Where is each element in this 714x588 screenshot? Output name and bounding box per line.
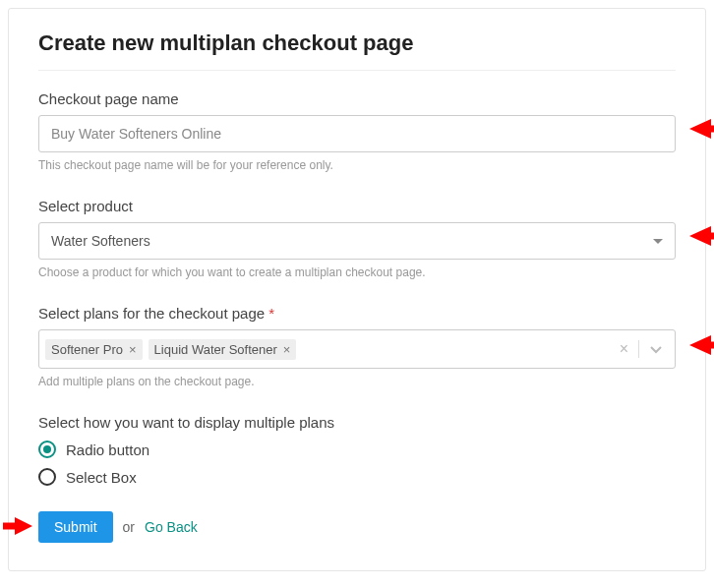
plan-chip: Softener Pro × xyxy=(45,339,143,360)
plans-help: Add multiple plans on the checkout page. xyxy=(38,375,676,388)
annotation-arrow-icon xyxy=(689,116,714,142)
plans-label: Select plans for the checkout page * xyxy=(38,305,676,322)
form-card: Create new multiplan checkout page Check… xyxy=(8,8,706,571)
field-product: Select product Water Softeners Choose a … xyxy=(38,198,676,279)
annotation-arrow-icon xyxy=(3,515,32,537)
name-label: Checkout page name xyxy=(38,90,676,107)
required-mark: * xyxy=(268,305,274,322)
form-actions: Submit or Go Back xyxy=(38,511,676,543)
display-label: Select how you want to display multiple … xyxy=(38,414,676,431)
chevron-down-icon[interactable] xyxy=(649,342,663,356)
name-help: This checkout page name will be for your… xyxy=(38,158,676,172)
annotation-arrow-icon xyxy=(689,223,714,249)
page-title: Create new multiplan checkout page xyxy=(38,30,676,56)
product-value: Water Softeners xyxy=(51,233,150,249)
plan-chip: Liquid Water Softener × xyxy=(149,339,297,360)
name-input[interactable] xyxy=(38,115,676,152)
chip-remove-icon[interactable]: × xyxy=(283,342,291,357)
svg-marker-7 xyxy=(15,517,32,535)
go-back-link[interactable]: Go Back xyxy=(145,519,198,535)
separator xyxy=(638,340,639,358)
field-name: Checkout page name This checkout page na… xyxy=(38,90,676,172)
radio-option-select-box[interactable]: Select Box xyxy=(38,468,676,486)
caret-down-icon xyxy=(653,239,663,244)
product-label: Select product xyxy=(38,198,676,214)
radio-option-radio-button[interactable]: Radio button xyxy=(38,441,676,458)
or-text: or xyxy=(123,519,135,535)
plans-multiselect[interactable]: Softener Pro × Liquid Water Softener × × xyxy=(38,329,676,369)
annotation-arrow-icon xyxy=(689,332,714,358)
multiselect-controls: × xyxy=(620,340,669,358)
product-select[interactable]: Water Softeners xyxy=(38,222,676,260)
svg-marker-1 xyxy=(689,119,711,139)
divider xyxy=(38,70,676,71)
radio-icon xyxy=(38,441,56,458)
clear-all-icon[interactable]: × xyxy=(620,340,628,358)
field-display: Select how you want to display multiple … xyxy=(38,414,676,486)
radio-icon xyxy=(38,468,56,486)
field-plans: Select plans for the checkout page * Sof… xyxy=(38,305,676,388)
submit-button[interactable]: Submit xyxy=(38,511,113,543)
svg-marker-5 xyxy=(689,335,711,355)
product-help: Choose a product for which you want to c… xyxy=(38,265,676,279)
svg-marker-3 xyxy=(689,226,711,246)
chip-remove-icon[interactable]: × xyxy=(129,342,137,357)
